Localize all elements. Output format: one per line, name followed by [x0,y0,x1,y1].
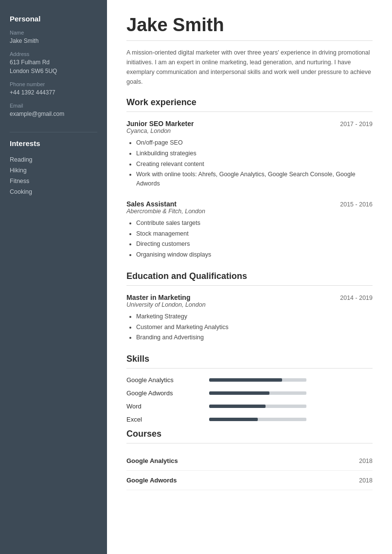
skill-bar-fill [209,418,258,421]
bullet-item: Work with online tools: Ahrefs, Google A… [136,170,373,188]
skill-bar-fill [209,378,282,382]
jobs-list: Junior SEO Marketer2017 - 2019Cyanca, Lo… [126,120,373,259]
phone-value: +44 1392 444377 [10,88,97,97]
skill-bar-container [209,391,306,395]
interest-item: Reading [10,154,97,165]
courses-divider [126,443,373,443]
interest-item: Cooking [10,186,97,197]
education-heading: Education and Qualifications [126,271,373,281]
address-line2: London SW6 5UQ [10,67,97,75]
education-header: Master in Marketing2014 - 2019 [126,294,373,301]
name-label: Name [10,30,97,36]
bullet-item: Organising window displays [136,250,373,259]
education-institution: University of London, London [126,301,373,308]
course-row: Google Adwords2018 [126,471,373,490]
skill-name: Word [126,403,209,410]
skills-divider [126,368,373,369]
work-experience-heading: Work experience [126,97,373,108]
bullet-item: Creating relevant content [136,160,373,169]
skill-bar-fill [209,391,269,395]
skill-bar-container [209,418,306,421]
job-title: Junior SEO Marketer [126,120,194,128]
sidebar: Personal Name Jake Smith Address 613 Ful… [0,0,107,554]
personal-section: Personal Name Jake Smith Address 613 Ful… [10,15,97,118]
skill-row: Excel [126,416,373,423]
skill-bar-container [209,378,306,382]
course-name: Google Analytics [126,457,178,464]
interests-title: Interests [10,139,97,148]
job-bullets: Contribute sales targetsStock management… [126,219,373,259]
email-label: Email [10,103,97,109]
skill-bar-fill [209,405,266,408]
interest-item: Fitness [10,176,97,186]
work-experience-divider [126,111,373,112]
bullet-item: Branding and Advertising [136,333,373,342]
summary-text: A mission-oriented digital marketer with… [126,48,373,87]
job-bullets: On/off-page SEOLinkbuilding strategiesCr… [126,138,373,188]
bullet-item: Customer and Marketing Analytics [136,323,373,332]
skill-name: Excel [126,416,209,423]
job-title: Sales Assistant [126,200,177,208]
name-value: Jake Smith [10,37,97,45]
skills-heading: Skills [126,354,373,364]
bullet-item: Stock management [136,229,373,239]
courses-list: Google Analytics2018Google Adwords2018 [126,451,373,490]
education-dates: 2014 - 2019 [340,295,373,301]
education-bullets: Marketing StrategyCustomer and Marketing… [126,312,373,342]
education-list: Master in Marketing2014 - 2019University… [126,294,373,342]
course-year: 2018 [359,458,373,464]
course-year: 2018 [359,477,373,484]
interest-item: Hiking [10,165,97,176]
job-header: Sales Assistant2015 - 2016 [126,200,373,208]
education-title: Master in Marketing [126,294,190,301]
bullet-item: Linkbuilding strategies [136,149,373,158]
candidate-name: Jake Smith [126,15,373,36]
address-line1: 613 Fulham Rd [10,58,97,67]
personal-title: Personal [10,15,97,23]
resume-container: Personal Name Jake Smith Address 613 Ful… [0,0,392,554]
education-block: Master in Marketing2014 - 2019University… [126,294,373,342]
skill-name: Google Analytics [126,376,209,384]
job-company: Abercrombie & Fitch, London [126,208,373,215]
job-block: Junior SEO Marketer2017 - 2019Cyanca, Lo… [126,120,373,188]
bullet-item: Marketing Strategy [136,312,373,321]
skill-row: Google Analytics [126,376,373,384]
sidebar-divider-interests [10,132,97,132]
interests-section: Interests ReadingHikingFitnessCooking [10,139,97,197]
interests-list: ReadingHikingFitnessCooking [10,154,97,197]
skill-bar-container [209,405,306,408]
address-label: Address [10,51,97,57]
name-divider [126,40,373,41]
job-company: Cyanca, London [126,128,373,134]
skills-list: Google AnalyticsGoogle AdwordsWordExcel [126,376,373,423]
bullet-item: Directing customers [136,240,373,249]
courses-heading: Courses [126,429,373,439]
main-content: Jake Smith A mission-oriented digital ma… [107,0,392,554]
skill-row: Google Adwords [126,389,373,397]
job-dates: 2015 - 2016 [340,201,373,208]
bullet-item: Contribute sales targets [136,219,373,228]
skill-name: Google Adwords [126,389,209,397]
bullet-item: On/off-page SEO [136,138,373,148]
email-value: example@gmail.com [10,110,97,118]
education-divider [126,285,373,286]
skill-row: Word [126,403,373,410]
job-header: Junior SEO Marketer2017 - 2019 [126,120,373,128]
course-name: Google Adwords [126,477,177,484]
job-block: Sales Assistant2015 - 2016Abercrombie & … [126,200,373,259]
course-row: Google Analytics2018 [126,451,373,471]
phone-label: Phone number [10,81,97,87]
job-dates: 2017 - 2019 [340,121,373,128]
